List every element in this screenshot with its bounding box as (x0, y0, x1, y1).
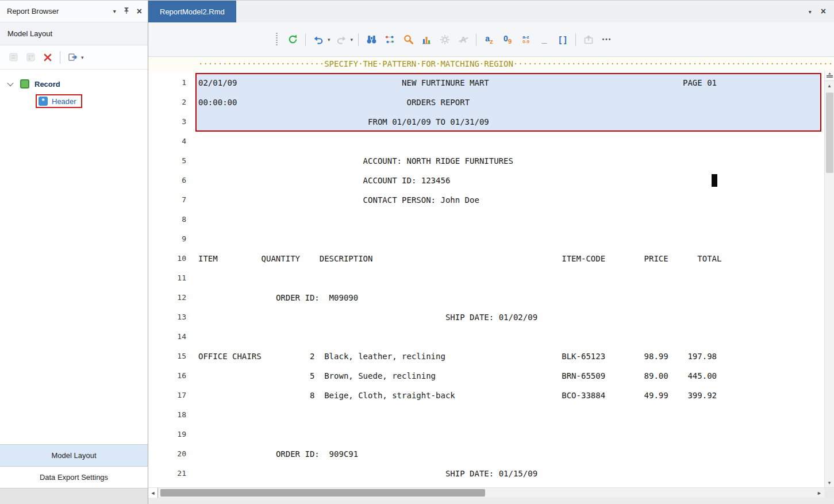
alphanumeric-pattern-icon[interactable]: a-z0-9 (518, 32, 533, 47)
scroll-right-icon[interactable]: ► (814, 488, 824, 498)
report-content: 102/01/09NEW FURTINURE MARTPAGE 01200:00… (148, 71, 834, 487)
header-node-icon: * (39, 97, 48, 106)
report-line-2[interactable]: 200:00:00ORDERS REPORT (148, 93, 824, 112)
report-line-10[interactable]: 10ITEMQUANTITYDESCRIPTIONITEM-CODEPRICET… (148, 249, 824, 268)
collapse-chevron-icon[interactable] (7, 80, 13, 86)
panel-title: Report Browser (7, 7, 113, 16)
toolbar-separator (358, 33, 359, 46)
tree-item-header[interactable]: * Header (0, 93, 148, 110)
tab-list-caret-icon[interactable]: ▾ (809, 9, 812, 15)
line-text (195, 210, 824, 229)
report-line-4[interactable]: 4 (148, 132, 824, 151)
line-number: 12 (148, 288, 195, 307)
undo-icon-dropdown[interactable]: ▾ (328, 37, 330, 43)
record-node-label: Record (34, 80, 60, 89)
report-line-1[interactable]: 102/01/09NEW FURTINURE MARTPAGE 01 (148, 73, 824, 93)
text-segment: ACCOUNT: NORTH RIDGE FURNITURES (363, 151, 513, 171)
line-text (195, 425, 824, 444)
text-segment: FROM 01/01/09 TO 01/31/09 (368, 112, 489, 132)
text-segment: DESCRIPTION (320, 249, 373, 268)
scroll-left-icon[interactable]: ◄ (148, 488, 158, 498)
line-number: 4 (148, 132, 195, 151)
line-number: 2 (148, 93, 195, 112)
toolbar-separator (575, 33, 576, 46)
text-segment: 2 (310, 347, 314, 366)
add-fields-icon (24, 51, 37, 64)
auto-settings-icon (437, 32, 452, 47)
text-segment: 399.92 (687, 386, 717, 405)
more-options-icon[interactable]: ••• (599, 32, 614, 47)
report-browser-panel: Report Browser ▾ × Model Layout ▾ Record… (0, 1, 148, 504)
split-handle-icon[interactable] (825, 71, 834, 81)
report-line-9[interactable]: 9 (148, 229, 824, 249)
report-line-15[interactable]: 15OFFICE CHAIRS2Black, leather, reclinin… (148, 347, 824, 366)
report-line-5[interactable]: 5ACCOUNT: NORTH RIDGE FURNITURES (148, 151, 824, 171)
report-line-17[interactable]: 178Beige, Cloth, straight-backBCO-338844… (148, 386, 824, 405)
numeric-pattern-icon[interactable]: 09 (500, 32, 515, 47)
horizontal-scrollbar[interactable]: ◄ ► (148, 487, 834, 497)
pin-icon[interactable] (123, 7, 130, 16)
region-magnifier-icon[interactable] (401, 32, 416, 47)
app-window: Report Browser ▾ × Model Layout ▾ Record… (0, 0, 834, 504)
text-segment: 445.00 (687, 366, 717, 386)
match-pattern-icon[interactable] (382, 32, 397, 47)
report-line-13[interactable]: 13SHIP DATE: 01/02/09 (148, 307, 824, 327)
text-segment: ORDER ID: 909C91 (276, 444, 358, 464)
text-segment: ORDER ID: M09090 (276, 288, 358, 307)
report-line-3[interactable]: 3FROM 01/01/09 TO 01/31/09 (148, 112, 824, 132)
report-line-19[interactable]: 19 (148, 425, 824, 444)
report-line-21[interactable]: 21SHIP DATE: 01/15/09 (148, 464, 824, 483)
export-model-icon-dropdown[interactable]: ▾ (81, 55, 84, 60)
line-text: ACCOUNT ID: 123456 (195, 171, 824, 190)
tab-data-export-settings[interactable]: Data Export Settings (0, 466, 148, 488)
line-text (195, 132, 824, 151)
line-number: 3 (148, 112, 195, 132)
model-toolbar-items: ▾ (5, 51, 86, 64)
line-text (195, 229, 824, 249)
text-segment: Beige, Cloth, straight-back (324, 386, 455, 405)
report-line-12[interactable]: 12ORDER ID: M09090 (148, 288, 824, 307)
panel-menu-caret-icon[interactable]: ▾ (113, 8, 116, 14)
line-number: 1 (148, 73, 195, 93)
text-segment: TOTAL (697, 249, 721, 268)
report-line-20[interactable]: 20ORDER ID: 909C91 (148, 444, 824, 464)
find-icon[interactable] (364, 32, 379, 47)
scroll-down-icon[interactable]: ▼ (825, 478, 834, 487)
panel-close-icon[interactable]: × (137, 7, 142, 16)
report-line-16[interactable]: 165Brown, Suede, recliningBRN-6550989.00… (148, 366, 824, 386)
vertical-scroll-thumb[interactable] (826, 93, 833, 173)
vertical-scrollbar[interactable]: ▲ ▼ (824, 71, 834, 487)
report-line-14[interactable]: 14 (148, 327, 824, 347)
text-segment: Brown, Suede, reclining (324, 366, 436, 386)
text-segment: BCO-33884 (562, 386, 605, 405)
tab-model-layout[interactable]: Model Layout (0, 444, 148, 466)
export-model-icon[interactable] (66, 51, 79, 64)
scroll-up-icon[interactable]: ▲ (825, 81, 834, 90)
alpha-pattern-icon[interactable]: az (482, 32, 497, 47)
undo-icon[interactable] (311, 32, 326, 47)
tree-item-record[interactable]: Record (0, 75, 148, 93)
redo-icon-dropdown: ▾ (351, 37, 353, 43)
report-line-18[interactable]: 18 (148, 405, 824, 425)
line-number: 16 (148, 366, 195, 386)
report-line-7[interactable]: 7CONTACT PERSON: John Doe (148, 190, 824, 210)
delete-node-icon[interactable] (41, 51, 55, 64)
line-number: 5 (148, 151, 195, 171)
horizontal-scroll-thumb[interactable] (160, 489, 485, 497)
text-segment: ITEM-CODE (562, 249, 605, 268)
chart-icon[interactable] (419, 32, 434, 47)
line-text: 02/01/09NEW FURTINURE MARTPAGE 01 (195, 73, 824, 93)
refresh-icon[interactable] (285, 32, 300, 47)
line-text: OFFICE CHAIRS2Black, leather, recliningB… (195, 347, 824, 366)
tab-reportmodel2[interactable]: ReportModel2.Rmd (148, 1, 236, 22)
document-close-icon[interactable]: × (821, 7, 826, 16)
line-number: 8 (148, 210, 195, 229)
panel-footer-space (0, 488, 148, 504)
report-line-8[interactable]: 8 (148, 210, 824, 229)
whitespace-pattern-icon[interactable]: _ (537, 32, 552, 47)
text-segment: SHIP DATE: 01/02/09 (445, 307, 537, 327)
add-record-icon (6, 51, 20, 64)
report-line-6[interactable]: 6ACCOUNT ID: 123456 (148, 171, 824, 190)
brackets-pattern-icon[interactable]: [ ] (555, 32, 570, 47)
report-line-11[interactable]: 11 (148, 268, 824, 288)
